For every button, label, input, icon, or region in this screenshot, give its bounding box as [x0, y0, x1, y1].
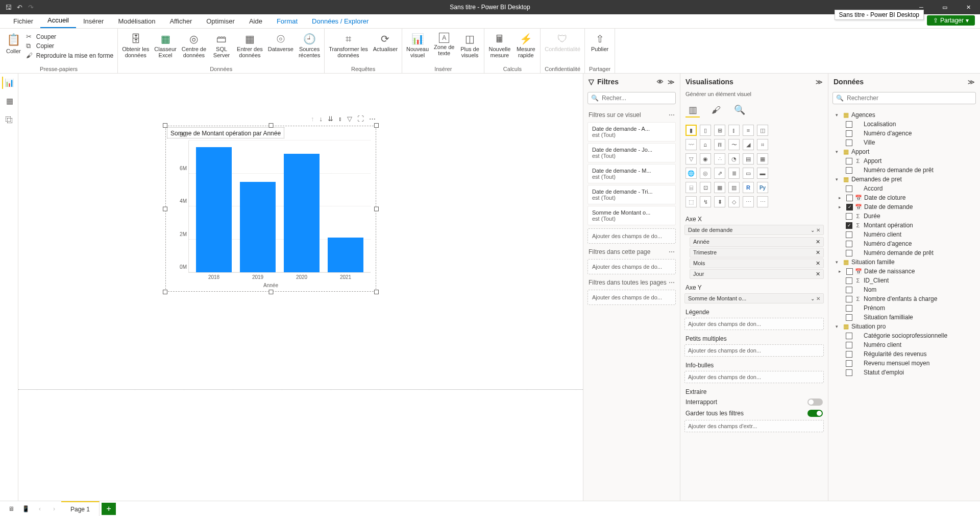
viz-type-icon[interactable]: ∴ — [714, 153, 725, 165]
viz-type-icon[interactable]: ▦ — [757, 153, 768, 165]
chevron-down-icon[interactable]: ▾ — [836, 149, 841, 154]
viz-type-icon[interactable]: ▽ — [685, 153, 697, 165]
eye-icon[interactable]: 👁 — [657, 78, 664, 86]
publish-button[interactable]: ⇧Publier — [590, 31, 610, 52]
tab-donnees[interactable]: Données / Explorer — [305, 14, 376, 28]
field-row[interactable]: Localisation — [830, 120, 978, 129]
viz-type-icon[interactable]: ▤ — [743, 153, 754, 165]
next-page-icon[interactable]: › — [47, 503, 61, 515]
field-row[interactable]: ΣApport — [830, 156, 978, 166]
chevron-down-icon[interactable]: ▾ — [836, 260, 841, 265]
field-row[interactable]: Ville — [830, 138, 978, 147]
chevron-down-icon[interactable]: ▾ — [836, 112, 841, 118]
field-row[interactable]: Numéro d'agence — [830, 129, 978, 138]
filter-icon[interactable]: ▽ — [347, 115, 352, 123]
field-checkbox[interactable] — [846, 158, 852, 165]
viz-type-icon[interactable]: ◢ — [743, 139, 754, 150]
viz-type-icon[interactable]: ⋯ — [757, 196, 768, 207]
drill-up-icon[interactable]: ↑ — [311, 115, 314, 123]
viz-type-icon[interactable]: ◇ — [728, 196, 740, 207]
more-icon[interactable]: ⋯ — [669, 248, 675, 255]
build-visual-tab[interactable]: ▥ — [685, 103, 700, 118]
field-row[interactable]: ▸📅Date de cloture — [830, 193, 978, 202]
maximize-button[interactable]: ▭ — [933, 0, 957, 14]
remove-icon[interactable]: ✕ — [816, 249, 820, 256]
viz-type-icon[interactable]: ⊞ — [714, 125, 725, 136]
close-button[interactable]: ✕ — [957, 0, 980, 14]
field-checkbox[interactable] — [846, 369, 852, 376]
bar[interactable] — [328, 238, 363, 272]
quick-measure-button[interactable]: ⚡Mesure rapide — [516, 31, 536, 58]
field-checkbox[interactable] — [846, 139, 852, 146]
filters-search[interactable]: 🔍 — [587, 92, 676, 104]
more-icon[interactable]: ⋯ — [669, 111, 675, 119]
table-row[interactable]: ▾▦Agences — [830, 110, 978, 120]
remove-icon[interactable]: ✕ — [816, 227, 820, 233]
field-row[interactable]: Numéro client — [830, 230, 978, 239]
chevron-down-icon[interactable]: ⌄ — [811, 296, 816, 301]
field-row[interactable]: Numéro demande de prêt — [830, 248, 978, 257]
drill-down-icon[interactable]: ↓ — [320, 115, 323, 123]
field-row[interactable]: ΣNombre d'enfants à charge — [830, 294, 978, 303]
keep-filters-toggle[interactable]: Garder tous les filtres — [680, 408, 828, 419]
tab-aide[interactable]: Aide — [242, 14, 270, 28]
field-row[interactable]: Numéro demande de prêt — [830, 166, 978, 175]
viz-type-icon[interactable]: ⌸ — [685, 182, 697, 193]
small-multiples-drop[interactable]: Ajouter des champs de don... — [684, 344, 824, 357]
viz-type-icon[interactable]: ⩍ — [700, 139, 711, 150]
enter-data-button[interactable]: ▦Entrer des données — [237, 31, 263, 58]
share-button[interactable]: ⇪Partager▾ — [927, 15, 975, 26]
field-row[interactable]: Catégorie socioprofessionnelle — [830, 331, 978, 340]
viz-type-icon[interactable]: ⇗ — [714, 168, 725, 179]
more-icon[interactable]: ⋯ — [369, 115, 376, 123]
tab-accueil[interactable]: Accueil — [40, 13, 76, 28]
viz-type-icon[interactable]: ⫿ — [728, 125, 740, 136]
tab-fichier[interactable]: Fichier — [6, 14, 40, 28]
tab-modelisation[interactable]: Modélisation — [111, 14, 162, 28]
chevron-down-icon[interactable]: ⌄ — [811, 227, 816, 233]
field-checkbox[interactable]: ✓ — [846, 204, 853, 210]
get-data-button[interactable]: 🗄Obtenir les données — [122, 31, 149, 58]
table-row[interactable]: ▾▦Demandes de pret — [830, 175, 978, 184]
field-checkbox[interactable] — [846, 250, 852, 256]
chevron-right-icon[interactable]: ▸ — [839, 195, 844, 200]
cross-report-toggle[interactable]: Interrapport — [680, 396, 828, 408]
save-icon[interactable]: 🖫 — [4, 3, 12, 11]
field-checkbox[interactable] — [846, 351, 852, 358]
legend-drop[interactable]: Ajouter des champs de don... — [684, 318, 824, 330]
page-tab[interactable]: Page 1 — [61, 501, 100, 517]
field-row[interactable]: Accord — [830, 184, 978, 193]
axe-x-subfield[interactable]: Jour✕ — [690, 269, 824, 279]
field-row[interactable]: Statut d'emploi — [830, 368, 978, 377]
axe-x-field[interactable]: Date de demande⌄ ✕ — [684, 225, 824, 235]
viz-type-icon[interactable]: Py — [757, 182, 768, 193]
more-visuals-button[interactable]: ◫Plus de visuels — [459, 31, 480, 58]
sql-button[interactable]: 🗃SQL Server — [211, 31, 232, 58]
field-checkbox[interactable] — [846, 121, 852, 128]
bar-chart-visual[interactable]: ↑ ↓ ⇊ ⫾ ▽ ⛶ ⋯ Somme de Montant opération… — [165, 126, 376, 292]
viz-type-icon[interactable]: ▦ — [714, 182, 725, 193]
remove-icon[interactable]: ✕ — [816, 239, 820, 245]
field-row[interactable]: Revenu mensuel moyen — [830, 359, 978, 368]
axe-x-subfield[interactable]: Année✕ — [690, 237, 824, 247]
bar[interactable] — [284, 154, 320, 272]
viz-type-icon[interactable]: ◔ — [728, 153, 740, 165]
mobile-layout-icon[interactable]: 📱 — [18, 503, 33, 515]
field-row[interactable]: ▸✓📅Date de demande — [830, 202, 978, 212]
field-checkbox[interactable] — [846, 296, 852, 302]
textbox-button[interactable]: AZone de texte — [434, 31, 454, 56]
datahub-button[interactable]: ◎Centre de données — [182, 31, 206, 58]
field-row[interactable]: ΣID_Client — [830, 276, 978, 285]
axe-x-subfield[interactable]: Trimestre✕ — [690, 248, 824, 257]
desktop-layout-icon[interactable]: 🖥 — [4, 503, 18, 515]
tab-optimiser[interactable]: Optimiser — [199, 14, 242, 28]
field-checkbox[interactable] — [846, 360, 852, 367]
remove-icon[interactable]: ✕ — [816, 260, 820, 267]
field-checkbox[interactable] — [846, 342, 852, 348]
viz-type-icon[interactable]: ⬚ — [685, 196, 697, 207]
viz-type-icon[interactable]: ▥ — [728, 182, 740, 193]
field-checkbox[interactable] — [846, 277, 852, 284]
chevron-right-icon[interactable]: ▸ — [839, 269, 844, 274]
data-view-icon[interactable]: ▦ — [2, 95, 16, 107]
viz-type-icon[interactable]: ≣ — [728, 168, 740, 179]
